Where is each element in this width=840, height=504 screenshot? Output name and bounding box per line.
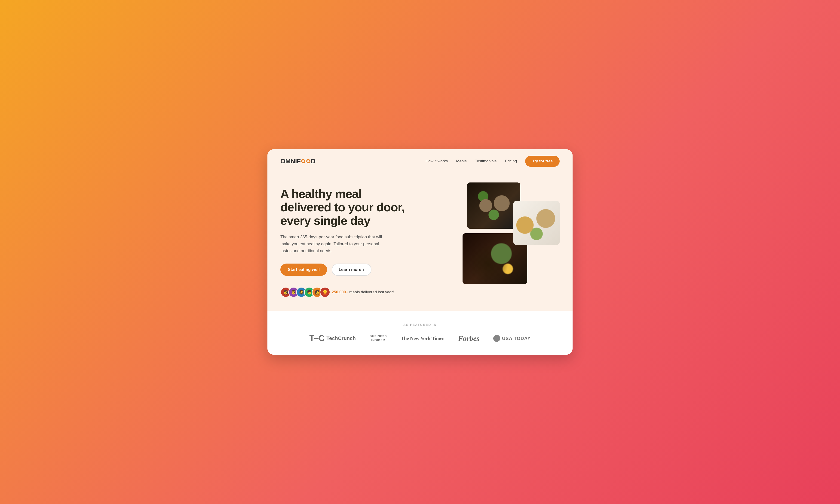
- page-card: OMNIF D How it works Meals Testimonials …: [267, 149, 573, 355]
- start-eating-button[interactable]: Start eating well: [280, 264, 327, 276]
- usatoday-logo: USA TODAY: [493, 335, 531, 342]
- featured-label: AS FEATURED IN: [280, 323, 560, 327]
- featured-section: AS FEATURED IN TC TechCrunch BUSINESSINS…: [267, 311, 573, 355]
- hero-title: A healthy meal delivered to your door, e…: [280, 187, 415, 228]
- featured-logos: TC TechCrunch BUSINESSINSIDER The New Yo…: [280, 334, 560, 343]
- header: OMNIF D How it works Meals Testimonials …: [267, 149, 573, 173]
- main-nav: How it works Meals Testimonials Pricing …: [425, 156, 560, 167]
- usatoday-circle-icon: [493, 335, 500, 342]
- meal-image-2: [513, 201, 560, 245]
- business-insider-logo: BUSINESSINSIDER: [370, 335, 387, 342]
- logo-icon-1: [301, 159, 305, 163]
- nav-pricing[interactable]: Pricing: [505, 159, 517, 164]
- avatar-group: 👩 👨 🧔 👦 👩 👱: [280, 287, 328, 298]
- meals-text: meals delivered last year!: [348, 290, 393, 294]
- forbes-logo: Forbes: [458, 334, 479, 343]
- logo: OMNIF D: [280, 158, 315, 165]
- hero-images: [462, 182, 560, 284]
- logo-text-end: D: [311, 158, 316, 165]
- business-insider-text: BUSINESSINSIDER: [370, 335, 387, 342]
- meal-image-1: [467, 182, 520, 229]
- hero-section: A healthy meal delivered to your door, e…: [267, 173, 573, 311]
- social-proof: 👩 👨 🧔 👦 👩 👱 250,000+ meals delivered las…: [280, 287, 415, 298]
- meals-count: 250,000+: [332, 290, 348, 294]
- usatoday-text: USA TODAY: [502, 336, 531, 341]
- forbes-text: Forbes: [458, 334, 479, 343]
- techcrunch-logo: TC TechCrunch: [309, 334, 356, 343]
- hero-subtitle: The smart 365-days-per-year food subscri…: [280, 234, 387, 254]
- social-proof-text: 250,000+ meals delivered last year!: [332, 290, 394, 294]
- hero-content: A healthy meal delivered to your door, e…: [280, 182, 415, 298]
- techcrunch-name: TechCrunch: [327, 336, 356, 341]
- nav-meals[interactable]: Meals: [456, 159, 467, 164]
- nav-how-it-works[interactable]: How it works: [425, 159, 448, 164]
- techcrunch-tc: TC: [309, 334, 325, 343]
- logo-icon-2: [306, 159, 311, 163]
- avatar: 👱: [320, 287, 330, 298]
- logo-text: OMNIF: [280, 158, 301, 165]
- hero-buttons: Start eating well Learn more ↓: [280, 264, 415, 276]
- learn-more-button[interactable]: Learn more ↓: [332, 264, 371, 276]
- nyt-text: The New York Times: [401, 336, 444, 341]
- image-collage: [462, 182, 560, 284]
- nyt-logo: The New York Times: [401, 336, 444, 341]
- nav-testimonials[interactable]: Testimonials: [475, 159, 497, 164]
- try-for-free-button[interactable]: Try for free: [525, 156, 560, 167]
